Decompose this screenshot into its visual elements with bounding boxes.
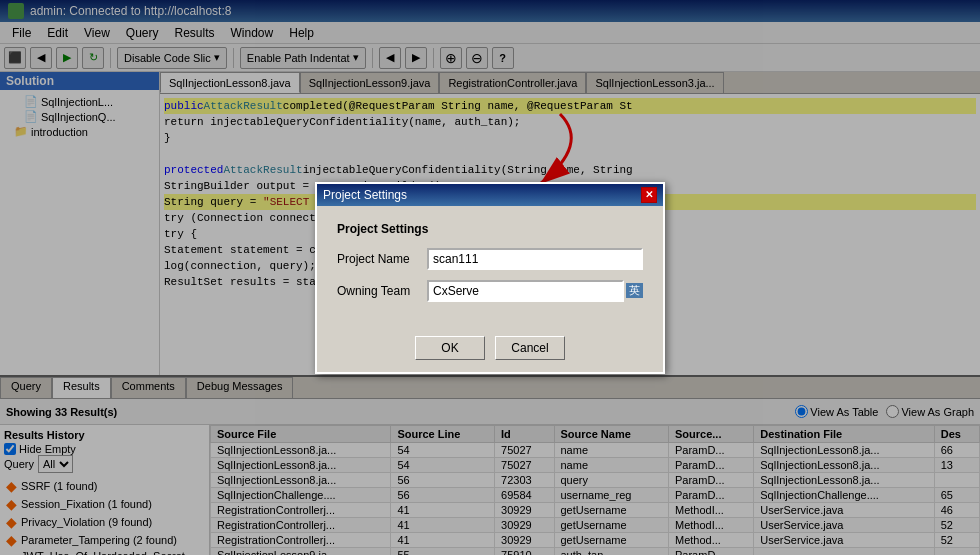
dialog-overlay: Project Settings ✕ Project Settings Proj…: [0, 0, 980, 555]
dialog-ok-btn[interactable]: OK: [415, 336, 485, 360]
dialog-title: Project Settings: [323, 188, 407, 202]
dialog-section-title: Project Settings: [337, 222, 643, 236]
dialog-titlebar: Project Settings ✕: [317, 184, 663, 206]
owning-team-label: Owning Team: [337, 284, 427, 298]
project-name-row: Project Name: [337, 248, 643, 270]
project-name-input[interactable]: [427, 248, 643, 270]
owning-team-input[interactable]: [427, 280, 624, 302]
owning-team-row: Owning Team 英: [337, 280, 643, 302]
ime-indicator: 英: [626, 283, 643, 298]
dialog-cancel-btn[interactable]: Cancel: [495, 336, 565, 360]
project-name-label: Project Name: [337, 252, 427, 266]
dialog-buttons: OK Cancel: [317, 328, 663, 372]
project-settings-dialog: Project Settings ✕ Project Settings Proj…: [315, 182, 665, 374]
dialog-close-btn[interactable]: ✕: [641, 187, 657, 203]
owning-team-input-row: 英: [427, 280, 643, 302]
dialog-body: Project Settings Project Name Owning Tea…: [317, 206, 663, 328]
